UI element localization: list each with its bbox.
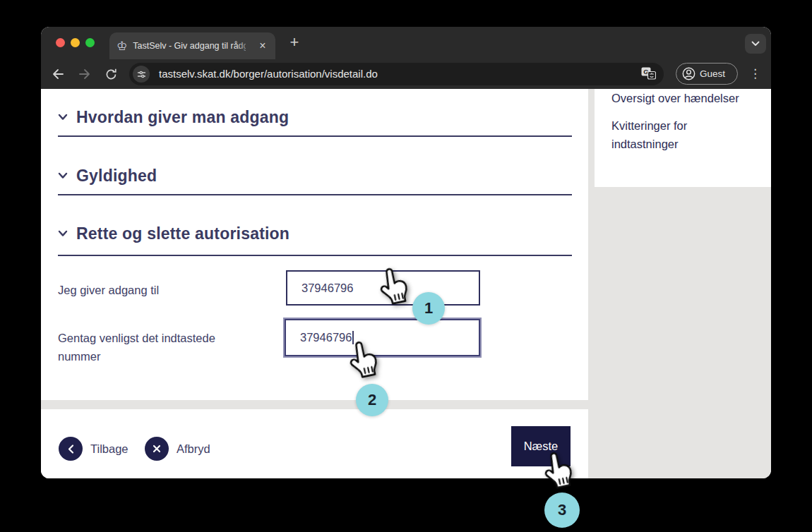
sidebar: Oversigt over hændelser Kvitteringer for… bbox=[595, 89, 771, 187]
step-badge-2: 2 bbox=[356, 384, 388, 416]
repeat-field-label: Gentag venligst det indtastede nummer bbox=[58, 329, 249, 365]
chevron-down-icon bbox=[751, 41, 760, 47]
repeat-number-value: 37946796 bbox=[300, 331, 352, 344]
new-tab-button[interactable]: + bbox=[284, 32, 305, 54]
section-divider bbox=[58, 135, 572, 137]
window-controls bbox=[56, 38, 95, 47]
reload-button[interactable] bbox=[102, 59, 119, 89]
tab-close-icon[interactable]: × bbox=[256, 40, 269, 52]
section-heading: Gyldighed bbox=[76, 167, 157, 186]
accordion-gyldighed[interactable]: Gyldighed bbox=[58, 164, 157, 187]
cancel-button[interactable]: Afbryd bbox=[145, 437, 210, 461]
tab-strip: ♔ TastSelv - Giv adgang til rådg × + bbox=[41, 27, 771, 59]
back-nav-button[interactable] bbox=[49, 59, 66, 89]
step-badge-3: 3 bbox=[544, 492, 580, 528]
tab-search-button[interactable] bbox=[745, 34, 766, 54]
translate-icon[interactable]: G bbox=[641, 67, 656, 83]
chevron-left-icon bbox=[59, 437, 83, 461]
section-heading: Hvordan giver man adgang bbox=[76, 108, 289, 127]
browser-window: ♔ TastSelv - Giv adgang til rådg × + bbox=[41, 27, 771, 478]
chevron-down-icon bbox=[58, 230, 68, 237]
guest-avatar-icon bbox=[682, 67, 695, 80]
close-x-icon bbox=[145, 437, 169, 461]
accordion-rette-slette[interactable]: Rette og slette autorisation bbox=[58, 222, 289, 245]
section-divider bbox=[58, 255, 572, 256]
zoom-window-button[interactable] bbox=[85, 38, 95, 47]
sidebar-link-events[interactable]: Oversigt over hændelser bbox=[611, 90, 739, 108]
site-settings-button[interactable] bbox=[133, 66, 150, 83]
repeat-number-input[interactable]: 37946796 bbox=[285, 319, 480, 356]
profile-label: Guest bbox=[700, 68, 725, 79]
access-number-value: 37946796 bbox=[301, 282, 353, 295]
site-settings-tune-icon bbox=[136, 69, 147, 80]
browser-tab[interactable]: ♔ TastSelv - Giv adgang til rådg × bbox=[109, 32, 275, 59]
chevron-down-icon bbox=[58, 114, 68, 121]
access-field-label: Jeg giver adgang til bbox=[58, 281, 159, 299]
back-button[interactable]: Tilbage bbox=[59, 437, 129, 461]
crown-favicon-icon: ♔ bbox=[117, 40, 127, 52]
step-badge-1: 1 bbox=[412, 292, 445, 325]
forward-nav-button[interactable] bbox=[76, 59, 93, 89]
cancel-button-label: Afbryd bbox=[177, 442, 210, 456]
chevron-down-icon bbox=[58, 172, 68, 179]
tab-title: TastSelv - Giv adgang til rådg bbox=[133, 41, 246, 51]
close-window-button[interactable] bbox=[56, 38, 65, 47]
main-content: Hvordan giver man adgang Gyldighed Rette… bbox=[41, 89, 588, 478]
back-arrow-icon bbox=[51, 68, 65, 80]
accordion-hvordan[interactable]: Hvordan giver man adgang bbox=[58, 106, 289, 128]
url-text: tastselv.skat.dk/borger/autorisation/vis… bbox=[159, 63, 378, 85]
address-bar[interactable]: tastselv.skat.dk/borger/autorisation/vis… bbox=[129, 63, 664, 85]
desktop-background: ♔ TastSelv - Giv adgang til rådg × + bbox=[0, 0, 812, 532]
section-heading: Rette og slette autorisation bbox=[76, 224, 289, 243]
back-button-label: Tilbage bbox=[90, 442, 129, 456]
profile-button[interactable]: Guest bbox=[676, 63, 738, 85]
content-divider-band bbox=[41, 400, 588, 409]
browser-menu-button[interactable]: ⋮ bbox=[749, 62, 760, 86]
reload-icon bbox=[105, 68, 118, 81]
minimize-window-button[interactable] bbox=[71, 38, 80, 47]
sidebar-link-receipts[interactable]: Kvitteringer for indtastninger bbox=[611, 117, 728, 153]
forward-arrow-icon bbox=[78, 68, 92, 80]
section-divider bbox=[58, 194, 572, 195]
browser-toolbar: tastselv.skat.dk/borger/autorisation/vis… bbox=[41, 59, 771, 89]
tab-title-fade bbox=[236, 32, 257, 59]
